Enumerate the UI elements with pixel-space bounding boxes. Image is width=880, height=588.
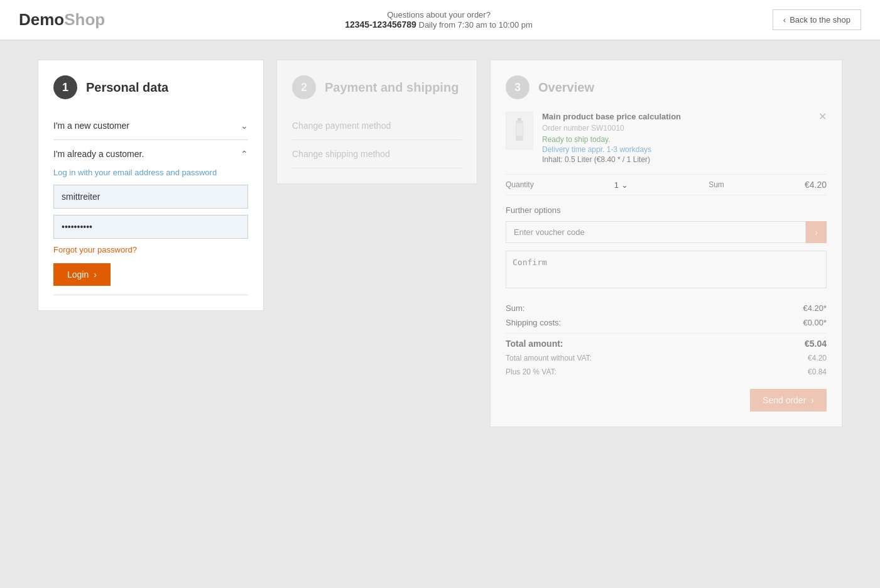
product-inhalt: Inhalt: 0.5 Liter (€8.40 * / 1 Liter) (542, 155, 810, 164)
new-customer-label: I'm a new customer (53, 121, 129, 131)
contact-label: Questions about your order? (345, 10, 533, 19)
login-btn-label: Login (67, 270, 89, 280)
login-button[interactable]: Login › (53, 263, 111, 286)
arrow-right-icon: › (94, 270, 97, 280)
confirm-textarea[interactable] (506, 251, 827, 288)
shipping-costs-label: Shipping costs: (506, 315, 561, 330)
product-name: Main product base price calculation (542, 112, 810, 121)
no-vat-row: Total amount without VAT: €4.20 (506, 352, 827, 366)
password-input[interactable] (53, 215, 248, 239)
voucher-input[interactable] (506, 221, 806, 243)
total-amount-label: Total amount: (506, 336, 563, 352)
quantity-row: Quantity 1 ⌄ Sum €4.20 (506, 174, 827, 195)
chevron-down-icon: ⌄ (241, 121, 248, 131)
arrow-right-icon: › (811, 395, 814, 405)
item-price: €4.20 (805, 180, 827, 190)
sum-label: Sum (709, 180, 724, 189)
further-options-label: Further options (506, 205, 827, 215)
new-customer-accordion[interactable]: I'm a new customer ⌄ (53, 112, 248, 140)
totals-divider (506, 333, 827, 334)
back-to-shop-button[interactable]: ‹ Back to the shop (773, 9, 861, 30)
existing-customer-label: I'm already a customer. (53, 149, 144, 159)
quantity-chevron-icon: ⌄ (621, 180, 628, 190)
no-vat-value: €4.20 (808, 352, 827, 366)
step3-title: Overview (538, 80, 594, 95)
steps-container: 1 Personal data I'm a new customer ⌄ I'm… (38, 60, 842, 427)
header-contact: Questions about your order? 12345-123456… (345, 10, 533, 30)
quantity-selector[interactable]: 1 ⌄ (614, 180, 628, 190)
remove-product-button[interactable]: ✕ (818, 112, 827, 164)
vat-label: Plus 20 % VAT: (506, 366, 557, 379)
contact-phone: 12345-123456789 (345, 19, 416, 30)
step2-number: 2 (292, 75, 316, 99)
total-amount-value: €5.04 (805, 336, 827, 352)
arrow-right-icon: › (815, 227, 818, 237)
change-payment-item[interactable]: Change payment method (292, 112, 462, 140)
quantity-value: 1 (614, 180, 619, 190)
step2-title: Payment and shipping (325, 80, 459, 95)
contact-hours: Daily from 7:30 am to 10:00 pm (419, 20, 533, 30)
shipping-costs-row: Shipping costs: €0.00* (506, 315, 827, 330)
step3-header: 3 Overview (506, 75, 827, 99)
svg-rect-0 (518, 118, 521, 121)
login-hint: Log in with your email address and passw… (53, 168, 248, 177)
sum-row-value: €4.20* (803, 301, 827, 315)
voucher-submit-button[interactable]: › (806, 221, 827, 243)
change-shipping-item[interactable]: Change shipping method (292, 140, 462, 168)
vat-row: Plus 20 % VAT: €0.84 (506, 366, 827, 379)
send-order-label: Send order (763, 395, 806, 405)
logo-shop: Shop (64, 10, 105, 29)
change-shipping-label: Change shipping method (292, 149, 390, 159)
totals-section: Sum: €4.20* Shipping costs: €0.00* Total… (506, 301, 827, 379)
quantity-label: Quantity (506, 180, 534, 189)
send-order-row: Send order › (506, 389, 827, 411)
shipping-costs-value: €0.00* (803, 315, 827, 330)
new-customer-header[interactable]: I'm a new customer ⌄ (53, 121, 248, 131)
step1-number: 1 (53, 75, 77, 99)
main-content: 1 Personal data I'm a new customer ⌄ I'm… (0, 41, 880, 446)
logo: DemoShop (19, 10, 105, 30)
logo-demo: Demo (19, 10, 64, 29)
no-vat-label: Total amount without VAT: (506, 352, 592, 366)
send-order-button[interactable]: Send order › (750, 389, 827, 411)
product-row: Main product base price calculation Orde… (506, 112, 827, 164)
back-btn-label: Back to the shop (790, 15, 850, 24)
product-info: Main product base price calculation Orde… (542, 112, 810, 164)
header: DemoShop Questions about your order? 123… (0, 0, 880, 41)
sum-row-label: Sum: (506, 301, 524, 315)
change-payment-label: Change payment method (292, 121, 391, 131)
step1-panel: 1 Personal data I'm a new customer ⌄ I'm… (38, 60, 264, 311)
username-input[interactable] (53, 185, 248, 209)
product-ready: Ready to ship today. (542, 135, 810, 144)
product-order: Order number SW10010 (542, 124, 810, 133)
login-section: Log in with your email address and passw… (53, 159, 248, 286)
total-amount-row: Total amount: €5.04 (506, 336, 827, 352)
chevron-up-icon: ⌃ (241, 149, 248, 159)
product-thumbnail (506, 112, 533, 150)
step2-panel: 2 Payment and shipping Change payment me… (276, 60, 477, 184)
step2-header: 2 Payment and shipping (292, 75, 462, 99)
product-image-icon (513, 118, 526, 143)
sum-row: Sum: €4.20* (506, 301, 827, 315)
voucher-row: › (506, 221, 827, 243)
step3-number: 3 (506, 75, 530, 99)
product-delivery: Delivery time appr. 1-3 workdays (542, 145, 810, 154)
step3-panel: 3 Overview Main product base price calcu… (490, 60, 842, 427)
forgot-password-link[interactable]: Forgot your password? (53, 245, 248, 254)
chevron-left-icon: ‹ (783, 15, 786, 24)
vat-value: €0.84 (808, 366, 827, 379)
svg-rect-2 (516, 123, 523, 136)
existing-customer-accordion[interactable]: I'm already a customer. ⌃ Log in with yo… (53, 140, 248, 295)
existing-customer-header[interactable]: I'm already a customer. ⌃ (53, 149, 248, 159)
step1-header: 1 Personal data (53, 75, 248, 99)
step1-title: Personal data (86, 80, 168, 95)
